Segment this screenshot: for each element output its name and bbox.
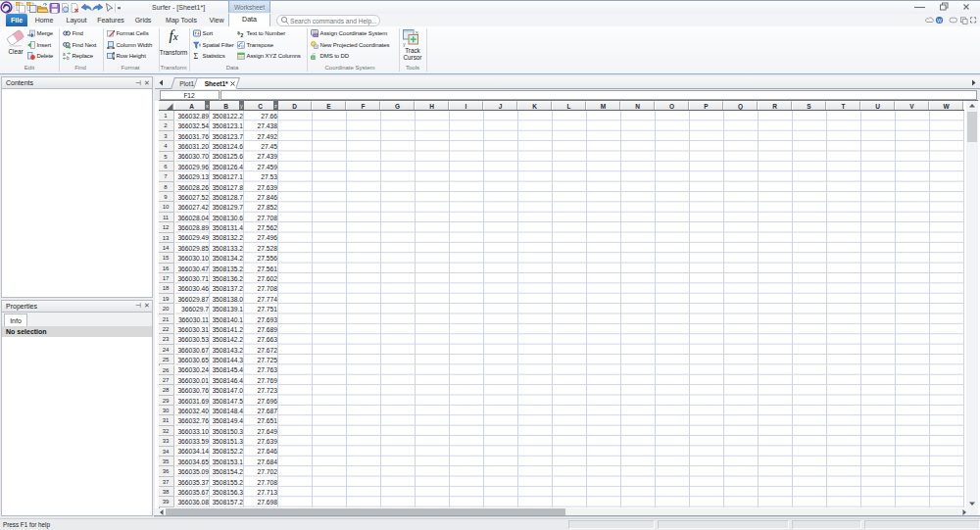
svg-text:1.5: 1.5 — [312, 56, 317, 60]
svg-text:Σ: Σ — [194, 52, 199, 60]
svg-text:b: b — [67, 56, 70, 60]
svg-text:a: a — [63, 52, 66, 57]
svg-text:W: W — [937, 18, 942, 24]
svg-text:2: 2 — [241, 32, 244, 37]
svg-text:y: y — [403, 41, 406, 46]
